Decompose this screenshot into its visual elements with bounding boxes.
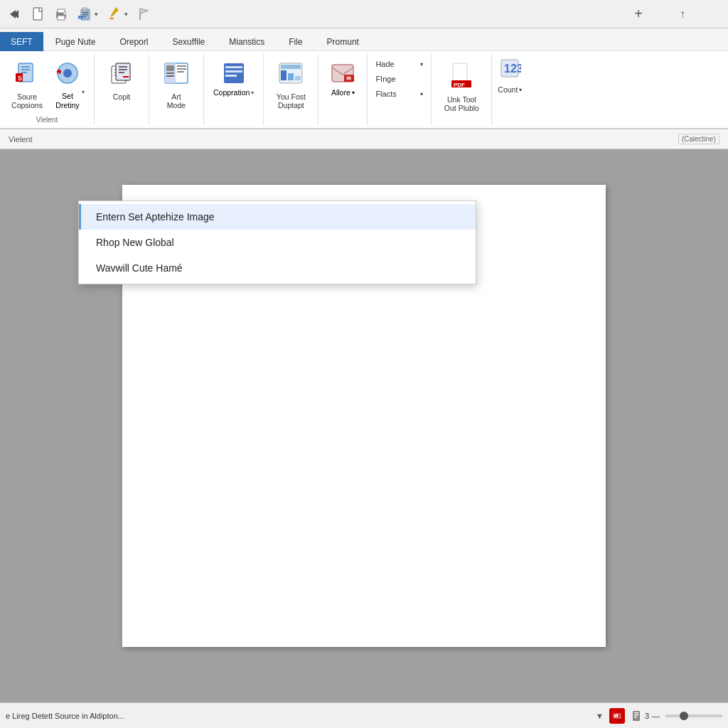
svg-rect-14 <box>109 18 114 19</box>
status-dropdown-arrow: ▼ <box>596 712 604 720</box>
svg-text:+: + <box>58 71 60 75</box>
file-tab[interactable]: File <box>277 32 314 51</box>
svg-rect-17 <box>21 69 30 70</box>
add-button[interactable]: + <box>634 6 643 22</box>
unk-tool-icon: PDF <box>449 60 474 94</box>
set-dretiny-button[interactable]: + SetDretiny ▾ <box>51 57 88 113</box>
rhop-new-global-item[interactable]: Rhop New Global <box>79 230 476 255</box>
svg-rect-65 <box>634 717 637 718</box>
svg-rect-32 <box>119 72 124 73</box>
copit-button[interactable]: Copit <box>100 57 143 105</box>
soure-copsions-icon: S <box>14 60 40 91</box>
svg-text:123: 123 <box>504 63 521 75</box>
svg-rect-8 <box>82 8 87 11</box>
allore-group: ✉ Allore ▾ <box>318 54 368 125</box>
art-mode-button[interactable]: ArtMode <box>155 57 198 113</box>
unk-tool-out-plublo-button[interactable]: PDF Unk ToolOut Plublo <box>437 57 486 116</box>
svg-rect-49 <box>288 73 294 80</box>
svg-rect-2 <box>33 8 42 20</box>
svg-rect-4 <box>58 9 65 13</box>
status-icon[interactable] <box>609 708 625 724</box>
svg-rect-37 <box>166 73 174 74</box>
finge-button[interactable]: FInge <box>372 72 427 86</box>
flacts-button[interactable]: Flacts ▾ <box>372 87 427 101</box>
svg-rect-64 <box>634 714 638 716</box>
art-mode-group: ArtMode <box>149 54 204 125</box>
coppration-group: Coppration ▾ <box>204 54 264 125</box>
slider-thumb <box>680 712 688 720</box>
zoom-slider[interactable] <box>665 714 722 717</box>
svg-rect-48 <box>281 70 287 80</box>
oreport-tab[interactable]: Oreporl <box>107 32 160 51</box>
status-dropdown[interactable]: ▼ <box>596 712 604 720</box>
you-fost-group: You FostDuptapt <box>264 54 318 125</box>
new-doc-button[interactable] <box>28 4 48 24</box>
seft-tab[interactable]: SEFT <box>0 32 43 51</box>
status-page: 3 — <box>631 710 660 722</box>
svg-text:PDF: PDF <box>454 82 465 88</box>
coppration-label: Coppration <box>213 88 250 97</box>
art-mode-label: ArtMode <box>167 92 186 109</box>
puge-nute-tab[interactable]: Puge Nute <box>43 32 108 51</box>
quick-access-toolbar: + ▾ ▾ + ↑ <box>0 0 728 28</box>
svg-rect-36 <box>166 65 174 71</box>
you-fost-label: You FostDuptapt <box>277 92 306 109</box>
ribbon-tab-bar: SEFT Puge Nute Oreporl Sexuffile Miansti… <box>0 28 728 51</box>
you-fost-duptapt-button[interactable]: You FostDuptapt <box>269 57 312 113</box>
source-group: S SoureCopsions + <box>0 54 95 125</box>
arrow-up-button[interactable]: ↑ <box>680 8 685 21</box>
count-label: Count <box>498 85 518 94</box>
entern-set-aptehize-image-item[interactable]: Entern Set Aptehize Image <box>79 204 476 230</box>
nav-left-button[interactable] <box>6 4 26 24</box>
wavwill-cute-hame-item[interactable]: Wavwill Cute Hamé <box>79 255 476 281</box>
svg-marker-1 <box>10 10 16 18</box>
allore-label: Allore <box>331 88 350 97</box>
svg-point-22 <box>63 69 72 77</box>
hade-finge-flacts-group: Hade ▾ FInge Flacts ▾ <box>368 54 432 125</box>
slider-track <box>665 714 722 717</box>
svg-rect-30 <box>119 66 127 68</box>
svg-rect-33 <box>123 76 129 77</box>
unk-tool-label: Unk ToolOut Plublo <box>444 95 479 112</box>
coppration-button[interactable]: Coppration ▾ <box>210 57 257 100</box>
svg-text:✉: ✉ <box>346 75 351 82</box>
promunt-tab[interactable]: Promunt <box>315 32 371 51</box>
sexuffile-tab[interactable]: Sexuffile <box>160 32 217 51</box>
brush-split-button[interactable]: ▾ <box>104 2 131 26</box>
copit-label: Copit <box>113 92 131 101</box>
clipboard-split-button[interactable]: + ▾ <box>74 4 101 25</box>
svg-rect-43 <box>225 66 242 68</box>
copit-icon <box>109 60 134 91</box>
flag-button[interactable] <box>134 4 154 24</box>
soure-copsions-label: SoureCopsions <box>11 92 43 109</box>
svg-rect-45 <box>225 75 237 77</box>
page-separator: — <box>652 712 660 720</box>
hade-button[interactable]: Hade ▾ <box>372 57 427 71</box>
svg-point-6 <box>64 12 66 14</box>
art-mode-icon <box>164 60 189 91</box>
svg-rect-31 <box>119 69 127 70</box>
dropdown-menu: Entern Set Aptehize Image Rhop New Globa… <box>78 200 476 284</box>
count-icon: 123 <box>498 57 521 84</box>
allore-button[interactable]: ✉ Allore ▾ <box>324 57 361 100</box>
copit-group: Copit <box>95 54 149 125</box>
ribbon-toolbar: S SoureCopsions + <box>0 51 728 129</box>
page-number: 3 <box>645 712 649 720</box>
count-arrow: ▾ <box>519 87 522 93</box>
set-dretiny-label: SetDretiny <box>55 92 79 109</box>
finge-label: FInge <box>375 75 395 83</box>
svg-rect-60 <box>614 714 616 717</box>
coppration-icon <box>221 60 247 88</box>
svg-text:S: S <box>18 75 22 82</box>
print-button[interactable] <box>51 4 71 24</box>
allore-arrow: ▾ <box>352 90 355 96</box>
svg-rect-41 <box>177 71 184 73</box>
coppration-arrow: ▾ <box>251 90 254 96</box>
svg-rect-5 <box>58 16 65 20</box>
svg-rect-50 <box>295 76 301 80</box>
soure-copsions-button[interactable]: S SoureCopsions <box>6 57 48 113</box>
status-bar: e Lireg Detett Source in Aldipton... ▼ 3… <box>0 702 728 728</box>
count-button[interactable]: 123 Count ▾ <box>492 54 528 125</box>
mianstics-tab[interactable]: Mianstics <box>217 32 277 51</box>
svg-rect-18 <box>21 72 27 73</box>
